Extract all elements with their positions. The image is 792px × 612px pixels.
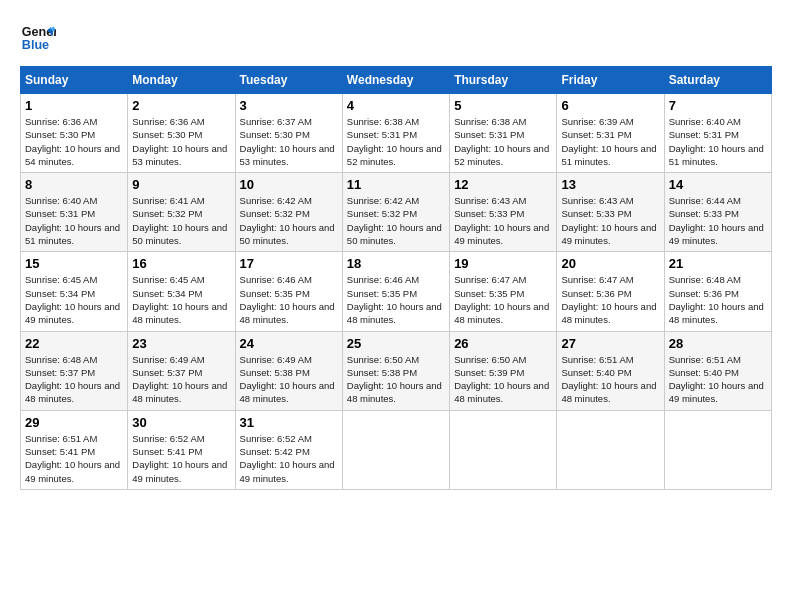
calendar-day: 8 Sunrise: 6:40 AMSunset: 5:31 PMDayligh… <box>21 173 128 252</box>
calendar-day: 6 Sunrise: 6:39 AMSunset: 5:31 PMDayligh… <box>557 94 664 173</box>
day-number: 12 <box>454 177 552 192</box>
calendar-day: 14 Sunrise: 6:44 AMSunset: 5:33 PMDaylig… <box>664 173 771 252</box>
day-number: 28 <box>669 336 767 351</box>
day-number: 27 <box>561 336 659 351</box>
calendar-day: 21 Sunrise: 6:48 AMSunset: 5:36 PMDaylig… <box>664 252 771 331</box>
calendar-day: 12 Sunrise: 6:43 AMSunset: 5:33 PMDaylig… <box>450 173 557 252</box>
day-number: 26 <box>454 336 552 351</box>
calendar-day: 29 Sunrise: 6:51 AMSunset: 5:41 PMDaylig… <box>21 410 128 489</box>
day-info: Sunrise: 6:38 AMSunset: 5:31 PMDaylight:… <box>454 116 549 167</box>
page-container: General Blue SundayMondayTuesdayWednesda… <box>20 20 772 490</box>
calendar-day: 9 Sunrise: 6:41 AMSunset: 5:32 PMDayligh… <box>128 173 235 252</box>
day-number: 17 <box>240 256 338 271</box>
calendar-day: 22 Sunrise: 6:48 AMSunset: 5:37 PMDaylig… <box>21 331 128 410</box>
day-number: 22 <box>25 336 123 351</box>
day-number: 4 <box>347 98 445 113</box>
day-info: Sunrise: 6:46 AMSunset: 5:35 PMDaylight:… <box>240 274 335 325</box>
day-info: Sunrise: 6:52 AMSunset: 5:41 PMDaylight:… <box>132 433 227 484</box>
day-number: 19 <box>454 256 552 271</box>
day-info: Sunrise: 6:51 AMSunset: 5:40 PMDaylight:… <box>669 354 764 405</box>
calendar-day: 10 Sunrise: 6:42 AMSunset: 5:32 PMDaylig… <box>235 173 342 252</box>
day-info: Sunrise: 6:45 AMSunset: 5:34 PMDaylight:… <box>25 274 120 325</box>
logo: General Blue <box>20 20 56 56</box>
weekday-header: Saturday <box>664 67 771 94</box>
day-number: 29 <box>25 415 123 430</box>
weekday-header: Friday <box>557 67 664 94</box>
day-info: Sunrise: 6:48 AMSunset: 5:36 PMDaylight:… <box>669 274 764 325</box>
calendar-day: 28 Sunrise: 6:51 AMSunset: 5:40 PMDaylig… <box>664 331 771 410</box>
empty-cell <box>342 410 449 489</box>
day-number: 31 <box>240 415 338 430</box>
calendar-day: 18 Sunrise: 6:46 AMSunset: 5:35 PMDaylig… <box>342 252 449 331</box>
weekday-header: Thursday <box>450 67 557 94</box>
day-number: 18 <box>347 256 445 271</box>
calendar-table: SundayMondayTuesdayWednesdayThursdayFrid… <box>20 66 772 490</box>
svg-text:Blue: Blue <box>22 38 49 52</box>
day-number: 8 <box>25 177 123 192</box>
weekday-header: Tuesday <box>235 67 342 94</box>
day-info: Sunrise: 6:40 AMSunset: 5:31 PMDaylight:… <box>25 195 120 246</box>
day-number: 30 <box>132 415 230 430</box>
day-info: Sunrise: 6:43 AMSunset: 5:33 PMDaylight:… <box>454 195 549 246</box>
calendar-day: 31 Sunrise: 6:52 AMSunset: 5:42 PMDaylig… <box>235 410 342 489</box>
day-number: 24 <box>240 336 338 351</box>
day-number: 1 <box>25 98 123 113</box>
empty-cell <box>664 410 771 489</box>
calendar-day: 1 Sunrise: 6:36 AMSunset: 5:30 PMDayligh… <box>21 94 128 173</box>
calendar-day: 2 Sunrise: 6:36 AMSunset: 5:30 PMDayligh… <box>128 94 235 173</box>
calendar-day: 17 Sunrise: 6:46 AMSunset: 5:35 PMDaylig… <box>235 252 342 331</box>
day-info: Sunrise: 6:45 AMSunset: 5:34 PMDaylight:… <box>132 274 227 325</box>
day-info: Sunrise: 6:46 AMSunset: 5:35 PMDaylight:… <box>347 274 442 325</box>
day-info: Sunrise: 6:38 AMSunset: 5:31 PMDaylight:… <box>347 116 442 167</box>
calendar-day: 30 Sunrise: 6:52 AMSunset: 5:41 PMDaylig… <box>128 410 235 489</box>
day-number: 10 <box>240 177 338 192</box>
weekday-header: Sunday <box>21 67 128 94</box>
calendar-day: 5 Sunrise: 6:38 AMSunset: 5:31 PMDayligh… <box>450 94 557 173</box>
calendar-row: 15 Sunrise: 6:45 AMSunset: 5:34 PMDaylig… <box>21 252 772 331</box>
calendar-day: 4 Sunrise: 6:38 AMSunset: 5:31 PMDayligh… <box>342 94 449 173</box>
day-info: Sunrise: 6:47 AMSunset: 5:36 PMDaylight:… <box>561 274 656 325</box>
day-number: 6 <box>561 98 659 113</box>
day-number: 3 <box>240 98 338 113</box>
day-info: Sunrise: 6:49 AMSunset: 5:37 PMDaylight:… <box>132 354 227 405</box>
day-info: Sunrise: 6:41 AMSunset: 5:32 PMDaylight:… <box>132 195 227 246</box>
day-info: Sunrise: 6:50 AMSunset: 5:38 PMDaylight:… <box>347 354 442 405</box>
day-number: 25 <box>347 336 445 351</box>
day-info: Sunrise: 6:37 AMSunset: 5:30 PMDaylight:… <box>240 116 335 167</box>
calendar-day: 20 Sunrise: 6:47 AMSunset: 5:36 PMDaylig… <box>557 252 664 331</box>
calendar-day: 11 Sunrise: 6:42 AMSunset: 5:32 PMDaylig… <box>342 173 449 252</box>
day-number: 11 <box>347 177 445 192</box>
day-number: 9 <box>132 177 230 192</box>
calendar-day: 24 Sunrise: 6:49 AMSunset: 5:38 PMDaylig… <box>235 331 342 410</box>
day-number: 16 <box>132 256 230 271</box>
header-row: SundayMondayTuesdayWednesdayThursdayFrid… <box>21 67 772 94</box>
calendar-row: 29 Sunrise: 6:51 AMSunset: 5:41 PMDaylig… <box>21 410 772 489</box>
calendar-day: 15 Sunrise: 6:45 AMSunset: 5:34 PMDaylig… <box>21 252 128 331</box>
day-info: Sunrise: 6:51 AMSunset: 5:41 PMDaylight:… <box>25 433 120 484</box>
calendar-day: 13 Sunrise: 6:43 AMSunset: 5:33 PMDaylig… <box>557 173 664 252</box>
empty-cell <box>450 410 557 489</box>
day-info: Sunrise: 6:51 AMSunset: 5:40 PMDaylight:… <box>561 354 656 405</box>
day-number: 13 <box>561 177 659 192</box>
calendar-row: 22 Sunrise: 6:48 AMSunset: 5:37 PMDaylig… <box>21 331 772 410</box>
day-info: Sunrise: 6:36 AMSunset: 5:30 PMDaylight:… <box>132 116 227 167</box>
calendar-row: 1 Sunrise: 6:36 AMSunset: 5:30 PMDayligh… <box>21 94 772 173</box>
calendar-day: 16 Sunrise: 6:45 AMSunset: 5:34 PMDaylig… <box>128 252 235 331</box>
weekday-header: Wednesday <box>342 67 449 94</box>
day-number: 14 <box>669 177 767 192</box>
day-info: Sunrise: 6:43 AMSunset: 5:33 PMDaylight:… <box>561 195 656 246</box>
day-info: Sunrise: 6:42 AMSunset: 5:32 PMDaylight:… <box>240 195 335 246</box>
day-number: 23 <box>132 336 230 351</box>
day-info: Sunrise: 6:47 AMSunset: 5:35 PMDaylight:… <box>454 274 549 325</box>
day-info: Sunrise: 6:50 AMSunset: 5:39 PMDaylight:… <box>454 354 549 405</box>
calendar-row: 8 Sunrise: 6:40 AMSunset: 5:31 PMDayligh… <box>21 173 772 252</box>
day-info: Sunrise: 6:49 AMSunset: 5:38 PMDaylight:… <box>240 354 335 405</box>
empty-cell <box>557 410 664 489</box>
day-info: Sunrise: 6:44 AMSunset: 5:33 PMDaylight:… <box>669 195 764 246</box>
logo-icon: General Blue <box>20 20 56 56</box>
calendar-day: 25 Sunrise: 6:50 AMSunset: 5:38 PMDaylig… <box>342 331 449 410</box>
calendar-day: 19 Sunrise: 6:47 AMSunset: 5:35 PMDaylig… <box>450 252 557 331</box>
day-info: Sunrise: 6:39 AMSunset: 5:31 PMDaylight:… <box>561 116 656 167</box>
day-info: Sunrise: 6:48 AMSunset: 5:37 PMDaylight:… <box>25 354 120 405</box>
calendar-day: 26 Sunrise: 6:50 AMSunset: 5:39 PMDaylig… <box>450 331 557 410</box>
